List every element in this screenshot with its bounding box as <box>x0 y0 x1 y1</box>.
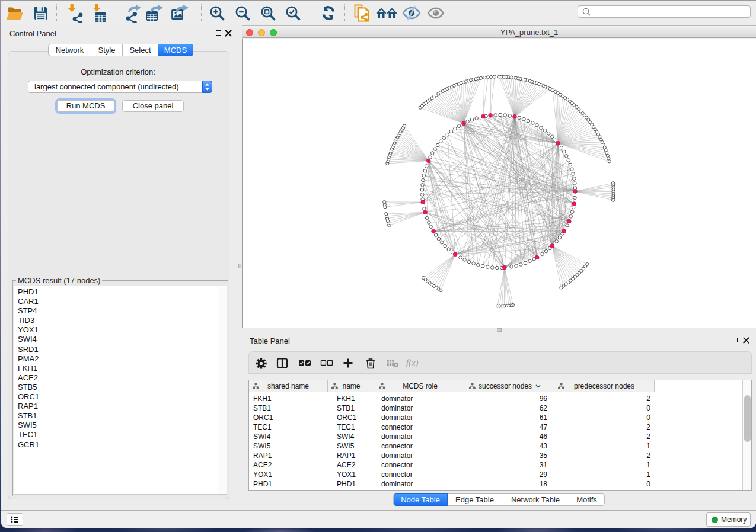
svg-text:f(x): f(x) <box>406 358 419 368</box>
